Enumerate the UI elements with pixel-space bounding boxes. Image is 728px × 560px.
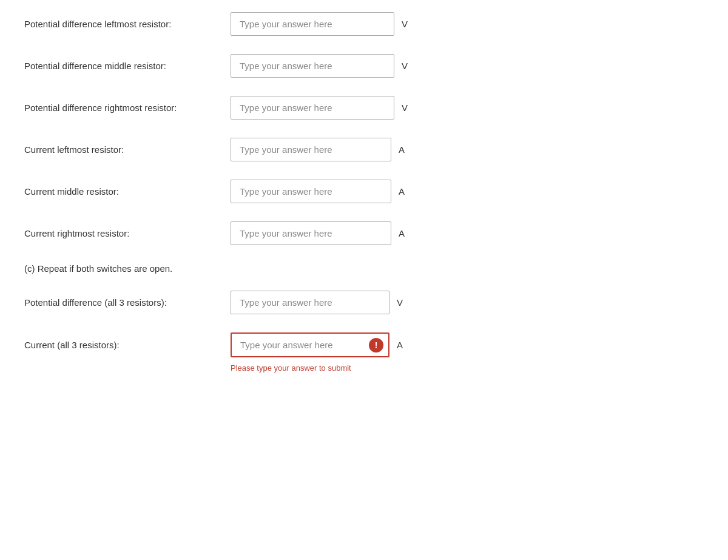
pd-middle-row: Potential difference middle resistor: V (24, 54, 704, 78)
current-all3-inner-row: Current (all 3 resistors): ! A (24, 332, 704, 357)
current-leftmost-input[interactable] (231, 138, 391, 161)
current-rightmost-row: Current rightmost resistor: A (24, 221, 704, 245)
current-all3-unit: A (397, 340, 403, 350)
current-leftmost-unit: A (399, 144, 405, 155)
section-c-text: (c) Repeat if both switches are open. (24, 263, 704, 274)
current-all3-input-wrapper: ! (231, 332, 389, 357)
pd-middle-input[interactable] (231, 54, 394, 78)
current-rightmost-input[interactable] (231, 221, 391, 245)
pd-rightmost-input[interactable] (231, 96, 394, 120)
pd-leftmost-input[interactable] (231, 12, 394, 36)
current-leftmost-row: Current leftmost resistor: A (24, 138, 704, 161)
error-icon: ! (369, 338, 383, 353)
pd-middle-label: Potential difference middle resistor: (24, 61, 231, 71)
pd-leftmost-row: Potential difference leftmost resistor: … (24, 12, 704, 36)
pd-rightmost-row: Potential difference rightmost resistor:… (24, 96, 704, 120)
current-middle-unit: A (399, 186, 405, 197)
current-rightmost-label: Current rightmost resistor: (24, 228, 231, 238)
current-all3-label: Current (all 3 resistors): (24, 340, 231, 350)
current-middle-input[interactable] (231, 180, 391, 203)
pd-leftmost-unit: V (402, 19, 408, 29)
current-all3-row: Current (all 3 resistors): ! A Please ty… (24, 332, 704, 373)
pd-leftmost-label: Potential difference leftmost resistor: (24, 19, 231, 29)
pd-rightmost-unit: V (402, 103, 408, 113)
pd-all3-label: Potential difference (all 3 resistors): (24, 297, 231, 308)
pd-all3-input[interactable] (231, 291, 389, 314)
pd-middle-unit: V (402, 61, 408, 71)
pd-rightmost-label: Potential difference rightmost resistor: (24, 103, 231, 113)
pd-all3-unit: V (397, 297, 403, 308)
pd-all3-row: Potential difference (all 3 resistors): … (24, 291, 704, 314)
error-message: Please type your answer to submit (231, 363, 704, 373)
current-rightmost-unit: A (399, 228, 405, 238)
current-middle-row: Current middle resistor: A (24, 180, 704, 203)
current-middle-label: Current middle resistor: (24, 186, 231, 197)
current-leftmost-label: Current leftmost resistor: (24, 144, 231, 155)
current-all3-input[interactable] (231, 332, 389, 357)
